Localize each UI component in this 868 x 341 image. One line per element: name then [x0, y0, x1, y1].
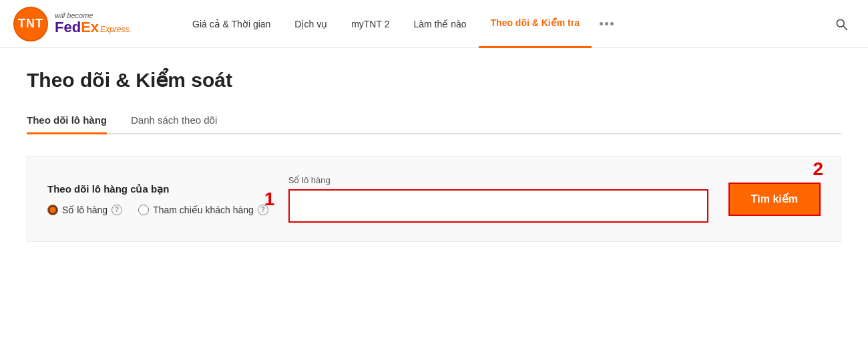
nav-item-gia-ca[interactable]: Giá cả & Thời gian: [180, 0, 282, 48]
tab-danh-sach-theo-doi[interactable]: Danh sách theo dõi: [131, 108, 217, 134]
radio-label-so-lo-hang: Số lô hàng: [62, 205, 107, 215]
nav-item-theo-doi[interactable]: Theo dõi & Kiểm tra: [479, 0, 592, 48]
help-icon-tham-chieu[interactable]: ?: [258, 205, 268, 215]
input-label: Số lô hàng: [288, 175, 708, 185]
fedex-line: FedExExpress.: [55, 19, 132, 35]
main-nav: Giá cả & Thời gian Dịch vụ myTNT 2 Làm t…: [180, 0, 828, 48]
header-search-button[interactable]: [828, 17, 855, 31]
radio-option-tham-chieu[interactable]: Tham chiếu khách hàng ?: [138, 205, 268, 215]
tracking-form-section: Theo dõi lô hàng của bạn Số lô hàng ? Th…: [27, 156, 841, 242]
tab-theo-doi-lo-hang[interactable]: Theo dõi lô hàng: [27, 108, 107, 134]
form-section-title: Theo dõi lô hàng của bạn: [47, 183, 268, 195]
logo-area: TNT will become FedExExpress.: [13, 7, 154, 41]
radio-group: Số lô hàng ? Tham chiếu khách hàng ?: [47, 205, 268, 215]
nav-more-dots[interactable]: [592, 22, 622, 25]
header: TNT will become FedExExpress. Giá cả & T…: [0, 0, 868, 48]
dot-1: [600, 22, 603, 25]
page-title: Theo dõi & Kiểm soát: [27, 68, 841, 92]
nav-item-dich-vu[interactable]: Dịch vụ: [282, 0, 339, 48]
nav-item-lam-the-nao[interactable]: Làm thế nào: [401, 0, 478, 48]
radio-so-lo-hang[interactable]: [47, 205, 58, 215]
search-button[interactable]: Tìm kiếm: [730, 184, 819, 215]
svg-line-1: [843, 25, 847, 29]
tracking-number-input[interactable]: [290, 191, 707, 221]
express-text: Express.: [100, 25, 132, 34]
form-right: 2 Tìm kiếm: [728, 183, 821, 216]
main-content: Theo dõi & Kiểm soát Theo dõi lô hàng Da…: [0, 48, 868, 269]
dot-3: [610, 22, 614, 25]
dot-2: [605, 22, 608, 25]
nav-item-mytnt2[interactable]: myTNT 2: [339, 0, 401, 48]
tracking-input-wrapper: [288, 189, 708, 223]
ex-text: Ex: [81, 19, 99, 35]
fed-text: Fed: [55, 19, 81, 35]
form-left: Theo dõi lô hàng của bạn Số lô hàng ? Th…: [47, 183, 268, 215]
radio-label-tham-chieu: Tham chiếu khách hàng: [153, 205, 254, 215]
search-btn-wrapper: Tìm kiếm: [728, 183, 821, 216]
radio-tham-chieu[interactable]: [138, 205, 149, 215]
annotation-number-2: 2: [813, 158, 823, 180]
help-icon-so-lo-hang[interactable]: ?: [112, 205, 122, 215]
logo-text: will become FedExExpress.: [55, 11, 132, 35]
tabs-container: Theo dõi lô hàng Danh sách theo dõi: [27, 108, 841, 134]
tnt-logo: TNT: [13, 7, 48, 41]
radio-option-so-lo-hang[interactable]: Số lô hàng ?: [47, 205, 122, 215]
form-center: 1 Số lô hàng: [288, 175, 708, 223]
